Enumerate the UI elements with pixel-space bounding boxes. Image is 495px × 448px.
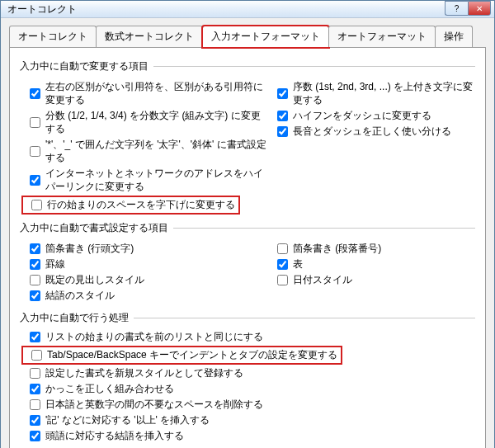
section-replace: 入力中に自動で変更する項目 (20, 59, 475, 73)
dialog-window: オートコレクト ? ✕ オートコレクト 数式オートコレクト 入力オートフォーマッ… (0, 0, 495, 448)
titlebar: オートコレクト ? ✕ (1, 1, 494, 18)
opt-long-sound-dash[interactable]: 長音とダッシュを正しく使い分ける (277, 125, 475, 138)
opt-hyperlinks[interactable]: インターネットとネットワークのアドレスをハイパーリンクに変更する (30, 167, 267, 193)
opt-insert-closing[interactable]: '記' などに対応する '以上' を挿入する (30, 413, 475, 427)
tab-actions[interactable]: 操作 (435, 26, 473, 47)
opt-date-style[interactable]: 日付スタイル (277, 273, 475, 286)
opt-delete-spaces[interactable]: 日本語と英数字の間の不要なスペースを削除する (30, 398, 475, 411)
opt-bullet-list[interactable]: 箇条書き (行頭文字) (30, 242, 267, 255)
opt-smart-quotes[interactable]: 左右の区別がない引用符を、区別がある引用符に変更する (30, 80, 267, 106)
highlight-tab-indent: Tab/Space/BackSpace キーでインデントとタブの設定を変更する (21, 346, 342, 365)
opt-bold-italic[interactable]: '*'、'_' で囲んだ文字列を '太字'、'斜体' に書式設定する (30, 138, 267, 164)
tab-math-autocorrect[interactable]: 数式オートコレクト (96, 26, 203, 47)
opt-closing-style[interactable]: 結語のスタイル (30, 289, 267, 302)
opt-indent-spaces[interactable]: 行の始まりのスペースを字下げに変更する (31, 198, 235, 212)
section-auto: 入力中に自動で行う処理 (20, 311, 475, 325)
help-button[interactable]: ? (445, 1, 468, 16)
window-title: オートコレクト (7, 2, 445, 17)
opt-match-parens[interactable]: かっこを正しく組み合わせる (30, 382, 475, 395)
opt-heading-styles[interactable]: 既定の見出しスタイル (30, 273, 267, 286)
tab-autocorrect[interactable]: オートコレクト (9, 26, 97, 47)
opt-list-format[interactable]: リストの始まりの書式を前のリストと同じにする (30, 330, 475, 343)
opt-number-list[interactable]: 箇条書き (段落番号) (277, 242, 475, 255)
opt-define-styles[interactable]: 設定した書式を新規スタイルとして登録する (30, 366, 475, 380)
opt-border-lines[interactable]: 罫線 (30, 257, 267, 271)
opt-tab-indent[interactable]: Tab/Space/BackSpace キーでインデントとタブの設定を変更する (31, 348, 337, 362)
opt-hyphen-dash[interactable]: ハイフンをダッシュに変更する (277, 109, 475, 122)
tab-strip: オートコレクト 数式オートコレクト 入力オートフォーマット オートフォーマット … (9, 25, 486, 47)
opt-ordinals[interactable]: 序数 (1st, 2nd, 3rd, ...) を上付き文字に変更する (277, 80, 475, 106)
tab-autoformat-as-you-type[interactable]: 入力オートフォーマット (202, 26, 329, 48)
opt-fractions[interactable]: 分数 (1/2, 1/4, 3/4) を分数文字 (組み文字) に変更する (30, 109, 267, 135)
opt-tables[interactable]: 表 (277, 257, 475, 271)
window-buttons: ? ✕ (445, 1, 491, 17)
tab-autoformat[interactable]: オートフォーマット (328, 26, 436, 47)
tab-pane: 入力中に自動で変更する項目 左右の区別がない引用符を、区別がある引用符に変更する… (9, 47, 486, 448)
dialog-body: オートコレクト 数式オートコレクト 入力オートフォーマット オートフォーマット … (1, 18, 494, 448)
section-apply: 入力中に自動で書式設定する項目 (20, 221, 475, 235)
opt-insert-salutation-closing[interactable]: 頭語に対応する結語を挿入する (30, 429, 475, 442)
highlight-indent-spaces: 行の始まりのスペースを字下げに変更する (21, 196, 240, 215)
close-button[interactable]: ✕ (468, 1, 491, 16)
